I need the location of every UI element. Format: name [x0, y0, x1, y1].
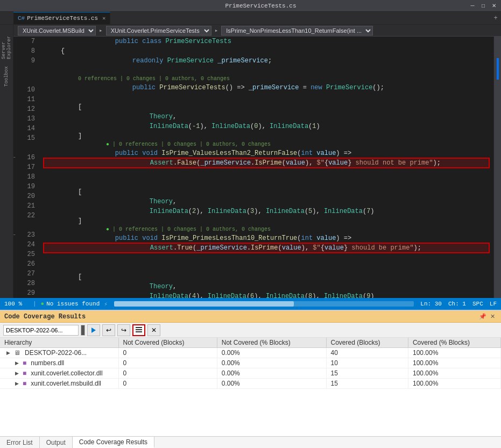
sidebar-left: Server Explorer Toolbox: [0, 25, 13, 298]
coverage-undo-button[interactable]: ↩: [102, 324, 115, 336]
new-tab-button[interactable]: +: [490, 12, 501, 24]
project-breadcrumb[interactable]: XUnit.Coverlet.MSBuild: [18, 26, 96, 35]
coverage-pin-button[interactable]: 📌: [478, 312, 487, 321]
class-breadcrumb[interactable]: XUnit.Coverlet.PrimeServiceTests: [106, 26, 211, 35]
ln-9: 9: [18, 56, 35, 66]
col-header-hierarchy[interactable]: Hierarchy: [0, 338, 118, 348]
tab-prime-service-tests[interactable]: C# PrimeServiceTests.cs ✕: [13, 12, 110, 24]
ln-21: 21: [18, 201, 35, 211]
hierarchy-cell[interactable]: ▶ ■ numbers.dll: [0, 358, 118, 368]
not-covered-blocks: 0: [118, 358, 217, 368]
expand-icon[interactable]: ▶: [6, 350, 12, 355]
bottom-tabs: Error List Output Code Coverage Results: [0, 436, 501, 448]
hierarchy-cell[interactable]: ▶ ■ xunit.coverlet.msbuild.dll: [0, 379, 118, 389]
ln-22: 22: [18, 211, 35, 221]
coverage-close-button[interactable]: ✕: [488, 312, 497, 321]
covered-blocks: 40: [326, 348, 408, 358]
close-button[interactable]: ✕: [489, 2, 499, 10]
bottom-tab-coverage-results[interactable]: Code Coverage Results: [73, 437, 154, 448]
editor-scrollbar[interactable]: [493, 37, 501, 298]
ln-8: 8: [18, 46, 35, 56]
expand-icon[interactable]: ▶: [15, 371, 20, 376]
ln-19: 19: [18, 182, 35, 191]
expand-icon[interactable]: ▶: [15, 381, 20, 386]
coverage-data-table: Hierarchy Not Covered (Blocks) Not Cover…: [0, 338, 501, 389]
dll-icon: ■: [23, 359, 26, 367]
table-row[interactable]: ▶ ■ numbers.dll 0 0.00% 10 100.00%: [0, 358, 501, 368]
maximize-button[interactable]: □: [478, 2, 488, 10]
svg-rect-2: [136, 329, 142, 330]
dll-icon: ■: [23, 369, 26, 377]
row-name: xunit.coverlet.collector.dll: [31, 369, 102, 377]
method-breadcrumb[interactable]: IsPrime_NonPrimesLessThan10_ReturnFalse(…: [221, 26, 373, 35]
breadcrumb-sep2: ▸: [215, 27, 218, 34]
encoding-info: SPC: [472, 301, 483, 307]
code-line-19: [44, 177, 489, 187]
title-bar: PrimeServiceTests.cs ─ □ ✕: [0, 0, 501, 12]
ln-12: 12: [18, 104, 35, 114]
coverage-search-input[interactable]: [3, 325, 79, 336]
not-covered-pct: 0.00%: [217, 358, 326, 368]
sidebar-item-server-explorer[interactable]: Server Explorer: [1, 27, 12, 59]
coverage-redo-button[interactable]: ↪: [117, 324, 130, 336]
cs-file-icon: C#: [18, 15, 25, 22]
line-numbers: 7 8 9 10 11 12 13 14 15 ─ 16 17: [13, 37, 39, 298]
svg-rect-3: [136, 331, 142, 332]
tab-close-icon[interactable]: ✕: [102, 15, 105, 22]
coverage-input-clear[interactable]: [81, 325, 85, 336]
ln-11: 11: [18, 95, 35, 104]
not-covered-blocks: 0: [118, 379, 217, 389]
ln-13: 13: [18, 114, 35, 124]
ln-16: ─ 16: [18, 153, 35, 162]
code-line-24: Assert.True(_primeService.IsPrime(value)…: [44, 243, 489, 253]
minimize-button[interactable]: ─: [468, 2, 477, 10]
scroll-thumb: [497, 58, 499, 80]
code-lines: public class PrimeServiceTests { readonl…: [39, 37, 493, 298]
ln-18: 18: [18, 172, 35, 182]
coverage-header-buttons: 📌 ✕: [478, 312, 497, 321]
ln-17: 17: [18, 162, 35, 172]
bottom-tab-output[interactable]: Output: [40, 437, 73, 448]
col-header-not-covered-pct[interactable]: Not Covered (% Blocks): [217, 338, 326, 348]
bottom-tab-error-list[interactable]: Error List: [0, 437, 40, 448]
tab-bar: C# PrimeServiceTests.cs ✕ +: [0, 12, 501, 25]
ln-15: 15: [18, 133, 35, 143]
expand-icon[interactable]: ▶: [15, 360, 20, 366]
coverage-toolbar: ↩ ↪ ✕: [0, 323, 501, 338]
status-right: Ln: 30 Ch: 1 SPC LF: [420, 301, 497, 307]
coverage-delete-button[interactable]: ✕: [147, 324, 160, 336]
status-bar: 100 % | ● No issues found ⚡ Ln: 30 Ch: 1…: [0, 298, 501, 310]
code-line-10: public PrimeServiceTests() => _primeServ…: [44, 83, 489, 93]
title-bar-text: PrimeServiceTests.cs: [0, 3, 468, 9]
breadcrumb-sep1: ▸: [99, 27, 103, 34]
svg-rect-1: [136, 327, 142, 328]
row-name: xunit.coverlet.msbuild.dll: [31, 380, 101, 387]
covered-pct: 100.00%: [408, 348, 500, 358]
coverage-title: Code Coverage Results: [4, 313, 86, 321]
sidebar-item-toolbox[interactable]: Toolbox: [1, 60, 12, 93]
table-row[interactable]: ▶ 🖥 DESKTOP-2022-06... 0 0.00% 40 100.00…: [0, 348, 501, 358]
hierarchy-cell[interactable]: ▶ 🖥 DESKTOP-2022-06...: [0, 348, 118, 358]
hierarchy-cell[interactable]: ▶ ■ xunit.coverlet.collector.dll: [0, 368, 118, 379]
ln-refinfo3: [18, 221, 35, 230]
status-no-issues: ● No issues found: [41, 301, 100, 307]
table-row[interactable]: ▶ ■ xunit.coverlet.msbuild.dll 0 0.00% 1…: [0, 379, 501, 389]
col-header-not-covered-blocks[interactable]: Not Covered (Blocks): [118, 338, 217, 348]
coverage-panel: Code Coverage Results 📌 ✕ ↩ ↪ ✕ Hier: [0, 310, 501, 436]
col-header-covered-blocks[interactable]: Covered (Blocks): [326, 338, 408, 348]
coverage-run-button[interactable]: [87, 324, 100, 336]
ln-refinfo2: [18, 143, 35, 153]
not-covered-blocks: 0: [118, 368, 217, 379]
covered-pct: 100.00%: [408, 368, 500, 379]
zoom-level[interactable]: 100 %: [4, 301, 29, 307]
table-row[interactable]: ▶ ■ xunit.coverlet.collector.dll 0 0.00%…: [0, 368, 501, 379]
col-header-covered-pct[interactable]: Covered (% Blocks): [408, 338, 500, 348]
ln-27: 27: [18, 269, 35, 279]
coverage-table: Hierarchy Not Covered (Blocks) Not Cover…: [0, 338, 501, 436]
row-name: numbers.dll: [31, 359, 64, 367]
ln-25: 25: [18, 250, 35, 259]
no-issues-icon: ●: [41, 301, 45, 307]
not-covered-pct: 0.00%: [217, 368, 326, 379]
coverage-export-button[interactable]: [132, 324, 145, 336]
code-editor[interactable]: 7 8 9 10 11 12 13 14 15 ─ 16 17: [13, 37, 501, 298]
